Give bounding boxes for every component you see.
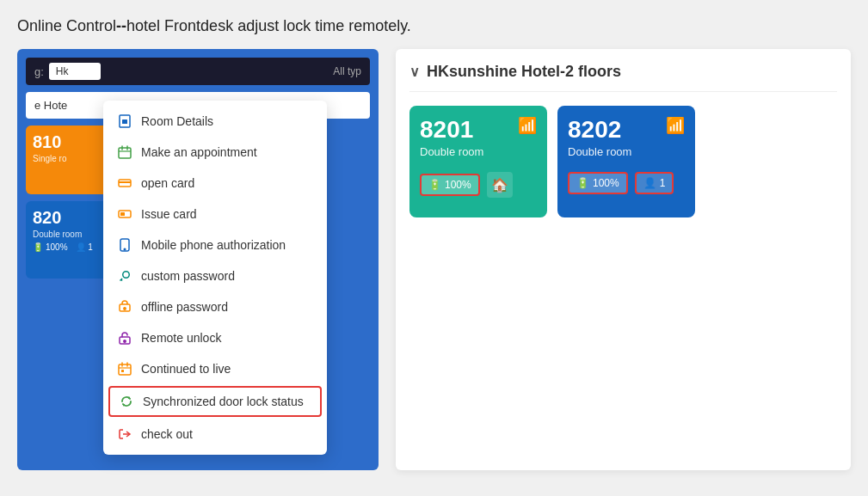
page-title: Online Control--hotel Frontdesk adjust l… xyxy=(17,17,851,35)
hotel-name: HKsunshine Hotel-2 floors xyxy=(427,63,621,81)
right-panel: ∨ HKsunshine Hotel-2 floors 📶 8201 Doubl… xyxy=(396,49,851,470)
hotel-header: ∨ HKsunshine Hotel-2 floors xyxy=(409,63,837,92)
room-type-820: Double room xyxy=(33,230,114,239)
menu-item-room-details[interactable]: Room Details xyxy=(103,106,327,137)
menu-label-open-card: open card xyxy=(141,176,194,190)
menu-item-issue-card[interactable]: Issue card xyxy=(103,199,327,230)
room-info-820: 🔋100% 👤 1 xyxy=(33,242,114,252)
card-orange2-icon xyxy=(117,206,132,222)
offline-icon xyxy=(117,299,132,315)
right-room-cards: 📶 8201 Double room 🔋 100% 🏠 📶 8202 Doubl… xyxy=(409,106,837,217)
key-icon xyxy=(117,268,132,284)
battery-value-8201: 100% xyxy=(445,179,471,191)
battery-icon-8201: 🔋 xyxy=(428,179,441,191)
unlock-icon xyxy=(117,330,132,346)
calendar-icon xyxy=(117,361,132,377)
menu-label-mobile-auth: Mobile phone authorization xyxy=(141,238,286,252)
all-types-label: All typ xyxy=(333,65,361,77)
room-number-810: 810 xyxy=(33,132,114,152)
menu-item-check-out[interactable]: check out xyxy=(103,419,327,450)
menu-label-room-details: Room Details xyxy=(141,114,213,128)
battery-badge-8201: 🔋 100% xyxy=(420,174,480,196)
phone-blue-icon xyxy=(117,237,132,253)
wifi-icon-8201: 📶 xyxy=(518,116,537,135)
svg-rect-2 xyxy=(119,148,131,158)
svg-point-13 xyxy=(124,308,126,309)
menu-item-make-appointment[interactable]: Make an appointment xyxy=(103,137,327,168)
context-menu: Room Details Make an appointment open ca… xyxy=(103,101,327,455)
sync-icon xyxy=(119,394,134,409)
menu-label-remote-unlock: Remote unlock xyxy=(141,331,221,345)
svg-rect-20 xyxy=(121,370,124,372)
search-label: g: xyxy=(34,65,44,78)
menu-item-sync-status[interactable]: Synchronized door lock status xyxy=(108,386,322,417)
guest-count-8202: 1 xyxy=(660,177,666,189)
menu-item-custom-password[interactable]: custom password xyxy=(103,260,327,291)
menu-item-mobile-auth[interactable]: Mobile phone authorization xyxy=(103,230,327,260)
checkout-icon xyxy=(117,426,132,442)
menu-label-offline-password: offline password xyxy=(141,300,228,314)
left-panel: g: Hk All typ e Hote 810 Single ro 111 i… xyxy=(17,49,379,470)
svg-rect-9 xyxy=(120,212,125,216)
card-orange-icon xyxy=(117,175,132,191)
menu-item-remote-unlock[interactable]: Remote unlock xyxy=(103,322,327,353)
menu-label-check-out: check out xyxy=(141,427,193,441)
room-type-8201: Double room xyxy=(420,145,537,158)
svg-rect-16 xyxy=(119,364,131,375)
home-icon-8201: 🏠 xyxy=(487,172,513,198)
person-badge-8202: 👤 1 xyxy=(635,172,674,194)
battery-icon-8202: 🔋 xyxy=(576,177,589,189)
right-room-card-8201[interactable]: 📶 8201 Double room 🔋 100% 🏠 xyxy=(409,106,547,217)
menu-item-open-card[interactable]: open card xyxy=(103,168,327,199)
room-8201-bottom: 🔋 100% 🏠 xyxy=(420,172,537,198)
svg-point-15 xyxy=(124,340,126,342)
calendar-green-icon xyxy=(117,144,132,160)
right-room-card-8202[interactable]: 📶 8202 Double room 🔋 100% 👤 1 xyxy=(557,106,695,217)
battery-badge-8202: 🔋 100% xyxy=(568,172,628,194)
chevron-down-icon: ∨ xyxy=(409,64,420,80)
wifi-icon-8202: 📶 xyxy=(666,116,685,135)
room-type-8202: Double room xyxy=(568,145,685,158)
menu-item-continued-live[interactable]: Continued to live xyxy=(103,353,327,384)
menu-label-custom-password: custom password xyxy=(141,269,235,283)
menu-label-make-appointment: Make an appointment xyxy=(141,145,257,159)
battery-value-8202: 100% xyxy=(593,177,619,189)
search-bar: g: Hk All typ xyxy=(26,58,370,85)
svg-point-11 xyxy=(124,248,126,250)
door-icon xyxy=(117,113,132,129)
room-8202-bottom: 🔋 100% 👤 1 xyxy=(568,172,685,194)
menu-label-continued-live: Continued to live xyxy=(141,362,231,376)
menu-item-offline-password[interactable]: offline password xyxy=(103,291,327,322)
room-type-810: Single ro xyxy=(33,154,114,163)
person-icon-8202: 👤 xyxy=(643,177,656,189)
search-input[interactable]: Hk xyxy=(49,63,101,80)
menu-label-issue-card: Issue card xyxy=(141,207,197,221)
room-number-820: 820 xyxy=(33,208,114,228)
menu-label-sync-status: Synchronized door lock status xyxy=(143,395,304,408)
svg-rect-1 xyxy=(122,119,127,124)
